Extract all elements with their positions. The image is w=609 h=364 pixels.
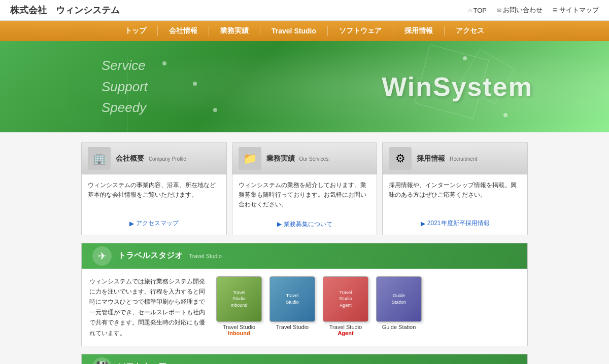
arrow-icon: ▶ xyxy=(129,220,134,227)
services-card-body: ウィンシステムの業務を紹介しております。業務募集も随時行っております。お気軽にお… xyxy=(232,174,377,216)
main-navigation: トップ 会社情報 業務実績 Travel Studio ソフトウェア 採用情報 … xyxy=(0,21,609,41)
product-guide-label: Guide Station xyxy=(376,324,422,330)
recruit-card-title: 採用情報 Recruitment xyxy=(417,154,477,163)
product-agent-box[interactable]: Travel Studio Agent xyxy=(323,276,368,322)
hero-banner: Service Support Speedy WinSystem xyxy=(0,41,609,132)
hero-dot xyxy=(213,108,217,112)
product-travel-label: Travel Studio xyxy=(269,324,315,330)
nav-home[interactable]: トップ xyxy=(114,21,157,41)
arrow-icon: ▶ xyxy=(421,220,425,227)
travel-section-header: ✈ トラベルスタジオ Travel Studio xyxy=(85,243,527,269)
product-inbound: Travel Studio Inbound Travel Studio Inbo… xyxy=(216,276,262,336)
software-section-header-wrapper: 💾 ソフトウェア Software xyxy=(82,354,527,364)
mail-icon: ✉ xyxy=(497,7,501,14)
info-cards-row: 🏢 会社概要 Company Profile ウィンシステムの事業内容、沿革、所… xyxy=(81,142,528,235)
product-agent-label: Travel Studio Agent xyxy=(323,324,368,336)
company-card: 🏢 会社概要 Company Profile ウィンシステムの事業内容、沿革、所… xyxy=(81,142,227,235)
header: 株式会社 ウィンシステム ⌂ TOP ✉ お問い合わせ ☰ サイトマップ xyxy=(0,0,609,21)
services-card-title: 業務実績 Our Services: xyxy=(266,154,330,163)
company-card-title: 会社概要 Company Profile xyxy=(116,154,186,163)
services-card-header: 📁 業務実績 Our Services: xyxy=(232,143,377,174)
nav-travel[interactable]: Travel Studio xyxy=(260,21,327,41)
hero-title: WinSystem xyxy=(382,71,533,102)
hero-dot xyxy=(503,113,507,117)
recruit-card-header: ⚙ 採用情報 Recruitment xyxy=(383,143,527,174)
nav-work[interactable]: 業務実績 xyxy=(209,21,260,41)
header-nav-sitemap[interactable]: ☰ サイトマップ xyxy=(553,6,599,15)
recruit-icon: ⚙ xyxy=(389,147,412,170)
travel-section-content: ウィンシステムでは旅行業務システム開発に力を注いでいます。行程を入力すると同時に… xyxy=(82,269,527,346)
product-agent: Travel Studio Agent Travel Studio Agent xyxy=(323,276,368,336)
nav-company[interactable]: 会社情報 xyxy=(158,21,209,41)
hero-dot xyxy=(463,56,467,60)
travel-section-icon: ✈ xyxy=(92,246,112,266)
services-card: 📁 業務実績 Our Services: ウィンシステムの業務を紹介しております… xyxy=(232,142,378,235)
company-card-link-row: ▶ アクセスマップ xyxy=(82,215,226,234)
company-icon: 🏢 xyxy=(88,147,111,170)
travel-section-header-wrapper: ✈ トラベルスタジオ Travel Studio xyxy=(82,243,527,269)
hero-dot xyxy=(162,61,166,65)
company-logo: 株式会社 ウィンシステム xyxy=(10,4,120,16)
software-section: 💾 ソフトウェア Software ウィンシステムでは様々なシステムやツールを開… xyxy=(81,354,528,364)
services-recruit-link[interactable]: ▶ 業務募集について xyxy=(277,220,332,229)
services-icon: 📁 xyxy=(239,147,261,170)
product-travel-studio: Travel Studio Travel Studio xyxy=(269,276,315,330)
hero-tagline-speedy: Speedy xyxy=(101,97,148,119)
product-travel-box[interactable]: Travel Studio xyxy=(269,276,315,322)
home-icon: ⌂ xyxy=(468,7,472,13)
services-card-title-wrapper: 業務実績 Our Services: xyxy=(266,154,330,163)
nav-recruit[interactable]: 採用情報 xyxy=(393,21,444,41)
recruit-2021-link[interactable]: ▶ 2021年度新卒採用情報 xyxy=(421,219,490,228)
recruit-card-link-row: ▶ 2021年度新卒採用情報 xyxy=(383,215,527,234)
services-card-link-row: ▶ 業務募集について xyxy=(232,216,377,235)
main-content: 🏢 会社概要 Company Profile ウィンシステムの事業内容、沿革、所… xyxy=(0,132,609,364)
recruit-card-body: 採用情報や、インターンシップ情報を掲載。興味のある方はぜひご応募ください。 xyxy=(383,174,527,215)
software-section-title-wrapper: ソフトウェア Software xyxy=(118,361,195,364)
nav-access[interactable]: アクセス xyxy=(445,21,495,41)
travel-description: ウィンシステムでは旅行業務システム開発に力を注いでいます。行程を入力すると同時に… xyxy=(89,276,206,338)
company-card-header: 🏢 会社概要 Company Profile xyxy=(82,143,226,174)
travel-section-title-wrapper: トラベルスタジオ Travel Studio xyxy=(118,250,222,261)
access-map-link[interactable]: ▶ アクセスマップ xyxy=(129,219,179,228)
company-card-body: ウィンシステムの事業内容、沿革、所在地など基本的な会社情報をご覧いただけます。 xyxy=(82,174,226,215)
product-inbound-label: Travel Studio Inbound xyxy=(216,324,262,336)
header-nav-top[interactable]: ⌂ TOP xyxy=(468,7,487,14)
hero-tagline-service: Service xyxy=(101,55,148,77)
hero-dot xyxy=(193,82,197,86)
arrow-icon: ▶ xyxy=(277,221,282,228)
nav-software[interactable]: ソフトウェア xyxy=(328,21,393,41)
hero-tagline-support: Support xyxy=(101,76,148,97)
software-section-icon: 💾 xyxy=(92,357,112,364)
travel-section: ✈ トラベルスタジオ Travel Studio ウィンシステムでは旅行業務シス… xyxy=(81,243,528,346)
recruit-card: ⚙ 採用情報 Recruitment 採用情報や、インターンシップ情報を掲載。興… xyxy=(382,142,528,235)
hero-taglines: Service Support Speedy xyxy=(101,55,148,119)
travel-products: Travel Studio Inbound Travel Studio Inbo… xyxy=(216,276,520,338)
sitemap-icon: ☰ xyxy=(553,7,558,14)
recruit-card-title-wrapper: 採用情報 Recruitment xyxy=(417,154,477,163)
company-card-title-wrapper: 会社概要 Company Profile xyxy=(116,154,186,163)
software-section-header: 💾 ソフトウェア Software xyxy=(85,354,527,364)
header-nav-contact[interactable]: ✉ お問い合わせ xyxy=(497,6,543,15)
header-navigation: ⌂ TOP ✉ お問い合わせ ☰ サイトマップ xyxy=(468,6,599,15)
product-guide: Guide Station Guide Station xyxy=(376,276,422,330)
product-guide-box[interactable]: Guide Station xyxy=(376,276,422,322)
product-inbound-box[interactable]: Travel Studio Inbound xyxy=(216,276,262,322)
hero-decoration xyxy=(152,127,254,127)
